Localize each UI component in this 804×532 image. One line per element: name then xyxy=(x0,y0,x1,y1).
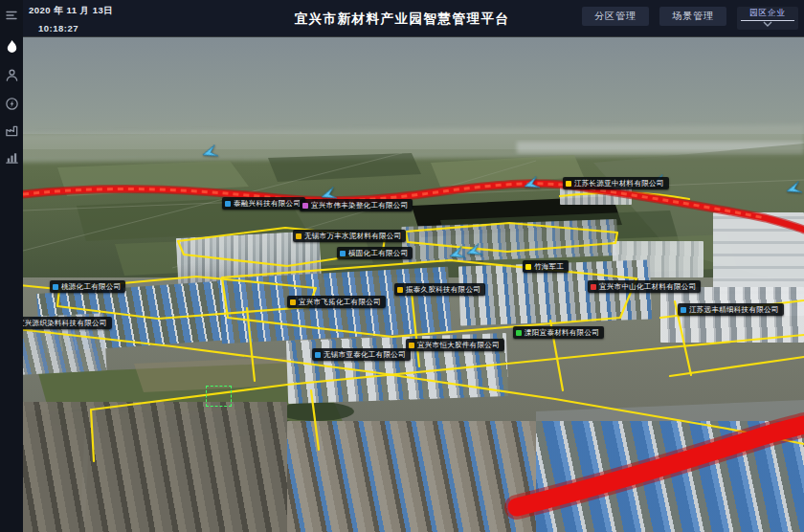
company-label[interactable]: 无锡市亚泰化工有限公司 xyxy=(312,348,411,361)
company-label-text: 宜兴市恒大胶件有限公司 xyxy=(417,340,500,350)
company-label[interactable]: 江苏远丰精细科技有限公司 xyxy=(678,303,784,316)
company-label-text: 桃源化工有限公司 xyxy=(61,281,121,292)
user-icon xyxy=(5,68,19,82)
company-label-text: 振泰久胶科技有限公司 xyxy=(406,284,480,295)
company-label[interactable]: 宜兴市飞拓化工有限公司 xyxy=(287,296,386,308)
company-label-text: 宜兴源织染料科技有限公司 xyxy=(17,318,107,328)
company-marker-icon xyxy=(525,264,531,270)
company-marker-icon xyxy=(53,284,58,290)
company-label[interactable]: 桃源化工有限公司 xyxy=(50,280,125,293)
fire-icon xyxy=(5,39,19,54)
sidebar-item-energy[interactable] xyxy=(0,92,23,115)
company-label-layer: 泰融兴科技有限公司宜兴市伟丰染整化工有限公司江苏长源亚中材料有限公司无锡市万丰水… xyxy=(0,0,804,532)
company-label[interactable]: 竹海军工 xyxy=(523,260,569,273)
header-controls: 分区管理 场景管理 园区企业 xyxy=(582,7,798,30)
company-marker-icon xyxy=(591,284,596,290)
company-label-text: 宜兴市中山化工材料有限公司 xyxy=(599,281,696,292)
company-marker-icon xyxy=(516,330,522,336)
menu-icon xyxy=(4,8,19,23)
chevron-down-icon xyxy=(763,21,772,27)
top-bar: 2020 年 11 月 13日 10:18:27 宜兴市新材料产业园智慧管理平台… xyxy=(0,0,804,36)
company-marker-icon xyxy=(409,343,414,348)
company-label-text: 无锡市万丰水泥材料有限公司 xyxy=(304,231,401,241)
company-label-text: 横固化工有限公司 xyxy=(348,248,408,258)
chart-icon xyxy=(5,150,19,165)
zone-management-button[interactable]: 分区管理 xyxy=(582,7,649,26)
company-label-text: 江苏长源亚中材料有限公司 xyxy=(574,178,664,188)
company-label[interactable]: 宜兴市恒大胶件有限公司 xyxy=(406,339,504,351)
sidebar-item-stats[interactable] xyxy=(0,145,23,168)
company-marker-icon xyxy=(290,299,296,305)
company-label-text: 竹海军工 xyxy=(534,261,564,272)
company-label[interactable]: 宜兴市中山化工材料有限公司 xyxy=(588,280,701,293)
company-label[interactable]: 振泰久胶科技有限公司 xyxy=(394,283,485,296)
left-toolbar xyxy=(0,0,23,532)
app-window: 泰融兴科技有限公司宜兴市伟丰染整化工有限公司江苏长源亚中材料有限公司无锡市万丰水… xyxy=(0,0,804,532)
company-marker-icon xyxy=(681,307,686,313)
company-label-text: 江苏远丰精细科技有限公司 xyxy=(689,304,779,315)
company-label[interactable]: 江苏长源亚中材料有限公司 xyxy=(563,177,669,189)
scene-management-button[interactable]: 场景管理 xyxy=(659,7,726,26)
company-marker-icon xyxy=(302,203,308,209)
company-label[interactable]: 泰融兴科技有限公司 xyxy=(222,197,305,210)
company-label-text: 溧阳宜泰材料有限公司 xyxy=(525,327,599,338)
sidebar-item-menu[interactable] xyxy=(0,4,23,27)
company-marker-icon xyxy=(296,233,302,239)
company-label[interactable]: 无锡市万丰水泥材料有限公司 xyxy=(293,230,406,242)
company-label-text: 无锡市亚泰化工有限公司 xyxy=(324,349,406,360)
company-label[interactable]: 溧阳宜泰材料有限公司 xyxy=(513,326,604,339)
sidebar-item-fire[interactable] xyxy=(0,34,23,57)
energy-icon xyxy=(5,97,19,111)
company-label[interactable]: 横固化工有限公司 xyxy=(337,247,413,259)
company-label-text: 泰融兴科技有限公司 xyxy=(234,198,301,209)
company-label[interactable]: 宜兴市伟丰染整化工有限公司 xyxy=(300,199,413,211)
company-marker-icon xyxy=(340,251,346,256)
factory-icon xyxy=(5,123,19,138)
company-marker-icon xyxy=(566,181,571,187)
company-marker-icon xyxy=(225,201,231,207)
company-marker-icon xyxy=(397,287,403,293)
company-label-text: 宜兴市伟丰染整化工有限公司 xyxy=(311,200,408,211)
dropdown-label: 园区企业 xyxy=(749,8,786,19)
sidebar-item-factory[interactable] xyxy=(0,119,23,142)
company-label-text: 宜兴市飞拓化工有限公司 xyxy=(299,297,381,307)
map-3d-view[interactable]: 泰融兴科技有限公司宜兴市伟丰染整化工有限公司江苏长源亚中材料有限公司无锡市万丰水… xyxy=(0,0,804,532)
company-marker-icon xyxy=(315,352,321,358)
park-enterprise-dropdown[interactable]: 园区企业 xyxy=(737,7,798,30)
sidebar-item-user[interactable] xyxy=(0,63,23,86)
